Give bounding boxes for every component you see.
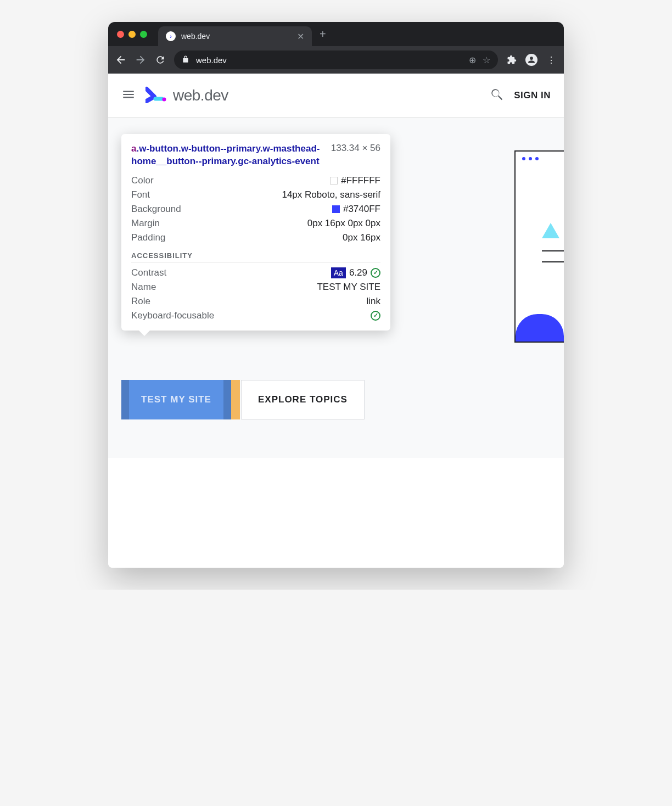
accessibility-section-label: ACCESSIBILITY: [131, 251, 380, 262]
tooltip-header: a.w-button.w-button--primary.w-masthead-…: [131, 143, 380, 168]
add-to-collection-icon[interactable]: ⊕: [469, 55, 476, 65]
bookmark-icon[interactable]: ☆: [483, 55, 490, 65]
hero-section: re of your own nd analysis a.w-button.w-…: [108, 117, 564, 513]
illustration-line: [542, 250, 564, 251]
style-value: 14px Roboto, sans-serif: [282, 189, 380, 200]
footer-area: [108, 458, 564, 513]
illustration-line: [542, 261, 564, 262]
a11y-label: Role: [131, 296, 150, 307]
a11y-value: link: [366, 296, 380, 307]
style-value: #FFFFFF: [341, 175, 380, 186]
style-label: Font: [131, 189, 150, 200]
style-label: Padding: [131, 232, 165, 243]
contrast-value: 6.29: [349, 267, 367, 278]
tab-strip: › web.dev ✕ +: [108, 22, 564, 46]
profile-avatar[interactable]: [525, 54, 537, 66]
a11y-row-name: Name TEST MY SITE: [131, 280, 380, 294]
element-dimensions: 133.34 × 56: [331, 143, 380, 168]
a11y-row-role: Role link: [131, 294, 380, 309]
style-value: 0px 16px 0px 0px: [307, 218, 380, 229]
menu-icon[interactable]: ⋮: [545, 54, 557, 66]
signin-button[interactable]: SIGN IN: [514, 90, 551, 101]
browser-chrome: › web.dev ✕ + web.dev ⊕ ☆: [108, 22, 564, 74]
style-row-padding: Padding 0px 16px: [131, 231, 380, 245]
element-selector: a.w-button.w-button--primary.w-masthead-…: [131, 143, 326, 168]
check-icon: ✓: [371, 268, 380, 278]
hero-illustration: [514, 150, 564, 343]
search-icon[interactable]: [490, 87, 504, 104]
logo-icon: [145, 86, 167, 105]
new-tab-button[interactable]: +: [320, 28, 326, 41]
a11y-value: TEST MY SITE: [317, 282, 380, 293]
page-content: web.dev SIGN IN re of your own nd analys…: [108, 74, 564, 568]
style-row-margin: Margin 0px 16px 0px 0px: [131, 216, 380, 231]
style-value: #3740FF: [343, 204, 380, 215]
site-header: web.dev SIGN IN: [108, 74, 564, 117]
style-row-font: Font 14px Roboto, sans-serif: [131, 188, 380, 202]
svg-point-0: [163, 97, 166, 101]
favicon-icon: ›: [166, 31, 176, 41]
illustration-blob: [516, 314, 564, 342]
tab-close-icon[interactable]: ✕: [297, 31, 304, 42]
a11y-label: Name: [131, 282, 156, 293]
element-inspector-tooltip: a.w-button.w-button--primary.w-masthead-…: [121, 134, 390, 331]
back-button[interactable]: [115, 54, 127, 66]
lock-icon: [182, 55, 189, 65]
color-swatch-icon: [330, 177, 338, 184]
explore-topics-button[interactable]: EXPLORE TOPICS: [241, 380, 365, 419]
maximize-window-button[interactable]: [140, 31, 147, 38]
a11y-label: Keyboard-focusable: [131, 310, 214, 321]
check-icon: ✓: [371, 311, 380, 321]
test-my-site-button[interactable]: TEST MY SITE: [121, 380, 231, 419]
style-value: 0px 16px: [343, 232, 380, 243]
style-label: Background: [131, 204, 181, 215]
style-row-color: Color #FFFFFF: [131, 173, 380, 188]
site-logo[interactable]: web.dev: [145, 86, 228, 105]
url-text: web.dev: [196, 55, 462, 65]
close-window-button[interactable]: [117, 31, 124, 38]
browser-window: › web.dev ✕ + web.dev ⊕ ☆: [108, 22, 564, 568]
a11y-row-keyboard: Keyboard-focusable ✓: [131, 309, 380, 323]
browser-tab[interactable]: › web.dev ✕: [158, 26, 312, 46]
color-swatch-icon: [332, 205, 340, 213]
style-label: Margin: [131, 218, 160, 229]
hero-buttons: TEST MY SITE EXPLORE TOPICS: [121, 380, 365, 419]
contrast-badge: Aa: [331, 267, 346, 278]
a11y-row-contrast: Contrast Aa 6.29 ✓: [131, 266, 380, 280]
browser-toolbar: web.dev ⊕ ☆ ⋮: [108, 46, 564, 74]
illustration-triangle-icon: [542, 223, 559, 238]
style-row-background: Background #3740FF: [131, 202, 380, 216]
address-bar[interactable]: web.dev ⊕ ☆: [174, 51, 498, 69]
logo-text: web.dev: [173, 87, 228, 104]
reload-button[interactable]: [154, 54, 166, 66]
minimize-window-button[interactable]: [128, 31, 136, 38]
a11y-label: Contrast: [131, 267, 166, 278]
tab-title: web.dev: [181, 32, 210, 41]
window-controls: [117, 31, 147, 38]
style-label: Color: [131, 175, 154, 186]
hamburger-menu-icon[interactable]: [121, 87, 136, 104]
element-classes: .w-button.w-button--primary.w-masthead-h…: [131, 143, 320, 166]
illustration-dots: [522, 157, 539, 160]
forward-button[interactable]: [135, 54, 147, 66]
extensions-icon[interactable]: [506, 54, 518, 66]
